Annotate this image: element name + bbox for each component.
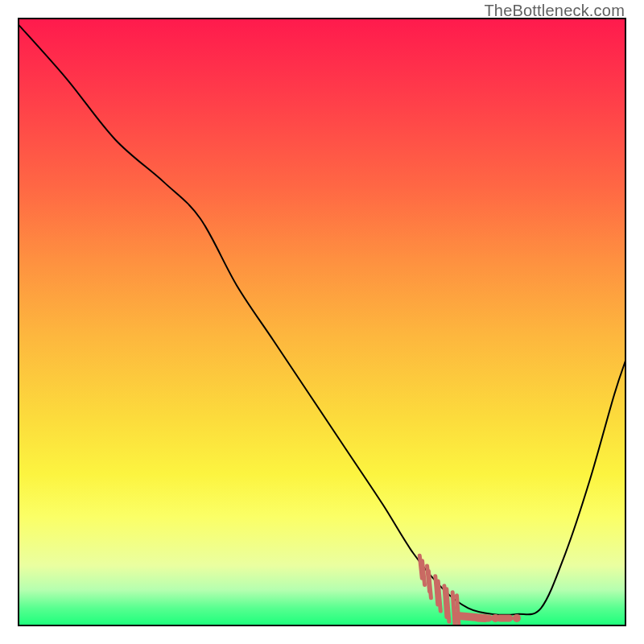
svg-line-9 [456, 596, 459, 626]
svg-line-3 [428, 571, 431, 597]
svg-line-5 [438, 581, 440, 611]
svg-point-14 [513, 614, 521, 622]
svg-line-1 [423, 561, 425, 585]
chart-plot-area [18, 18, 626, 626]
attribution-label: TheBottleneck.com [484, 2, 625, 20]
svg-point-13 [491, 614, 499, 622]
svg-line-7 [447, 589, 449, 622]
chart-hatch-layer [18, 18, 626, 626]
svg-line-8 [452, 592, 455, 626]
